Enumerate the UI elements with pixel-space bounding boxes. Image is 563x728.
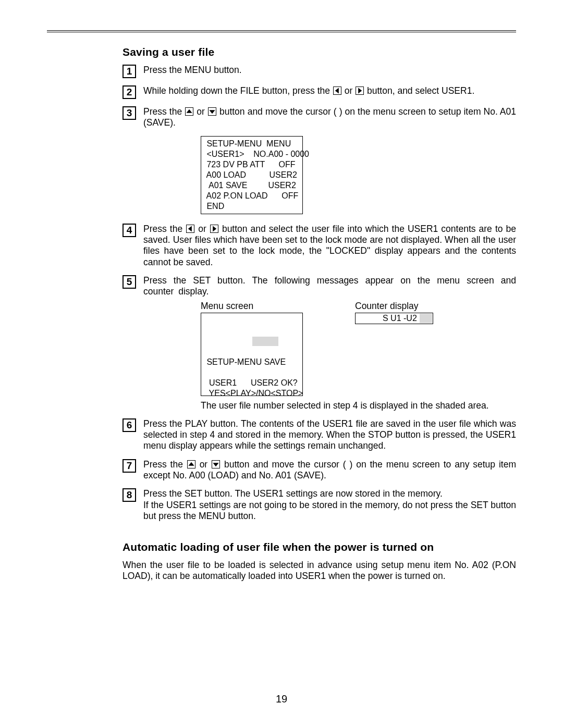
step-7: 7 Press the or button and move the curso… bbox=[123, 459, 516, 482]
step-text: Press the or button and move the cursor … bbox=[143, 106, 516, 129]
screen-line: SETUP-MENU SAVE bbox=[204, 357, 286, 366]
top-rule bbox=[47, 30, 516, 32]
figure-label: Menu screen bbox=[201, 301, 303, 312]
step-5: 5 Press the SET button. The following me… bbox=[123, 275, 516, 298]
counter-display-column: Counter display S U1 -U2 bbox=[355, 301, 433, 324]
page-number: 19 bbox=[0, 693, 563, 705]
step-text: Press the SET button. The USER1 settings… bbox=[143, 488, 516, 522]
down-arrow-icon bbox=[212, 460, 220, 468]
step-8: 8 Press the SET button. The USER1 settin… bbox=[123, 488, 516, 522]
up-arrow-icon bbox=[185, 107, 193, 116]
step-number-box: 4 bbox=[123, 224, 136, 237]
step-text-fragment: or bbox=[342, 85, 355, 96]
svg-marker-0 bbox=[335, 88, 339, 93]
svg-marker-5 bbox=[213, 226, 216, 231]
menu-screen-display: SETUP-MENU MENU <USER1> NO.A00 - 0000 72… bbox=[201, 136, 303, 214]
screen-line: YES<PLAY>/NO<STOP> bbox=[204, 389, 303, 398]
step-number-box: 8 bbox=[123, 488, 136, 502]
step-text-fragment: button, and select USER1. bbox=[364, 85, 474, 96]
svg-marker-2 bbox=[187, 109, 192, 113]
step-2: 2 While holding down the FILE button, pr… bbox=[123, 85, 516, 99]
shaded-region bbox=[420, 314, 432, 323]
svg-marker-3 bbox=[209, 110, 215, 114]
step-4: 4 Press the or button and select the use… bbox=[123, 224, 516, 268]
right-arrow-icon bbox=[356, 87, 364, 95]
up-arrow-icon bbox=[187, 460, 195, 468]
section-body: When the user file to be loaded is selec… bbox=[123, 560, 516, 582]
step-number-box: 6 bbox=[123, 418, 136, 432]
step-number-box: 2 bbox=[123, 85, 136, 99]
svg-marker-7 bbox=[213, 463, 218, 466]
step-text: Press the SET button. The following mess… bbox=[143, 275, 516, 298]
svg-marker-4 bbox=[188, 226, 192, 231]
step-text-fragment: Press the bbox=[143, 459, 187, 470]
step-6: 6 Press the PLAY button. The contents of… bbox=[123, 418, 516, 452]
down-arrow-icon bbox=[208, 107, 216, 116]
figure-label: Counter display bbox=[355, 301, 433, 312]
content-column: Saving a user file 1 Press the MENU butt… bbox=[123, 46, 516, 582]
step-text-fragment: or bbox=[194, 106, 207, 117]
step-text: While holding down the FILE button, pres… bbox=[143, 85, 516, 96]
svg-marker-1 bbox=[358, 88, 362, 93]
step-text: Press the or button and select the user … bbox=[143, 224, 516, 268]
save-screen-display: SETUP-MENU SAVE USER1 USER2 OK? YES<PLAY… bbox=[201, 313, 303, 396]
step-number-box: 7 bbox=[123, 459, 136, 473]
step-text-fragment: Press the bbox=[143, 106, 185, 117]
step-number-box: 1 bbox=[123, 65, 136, 78]
shaded-region bbox=[252, 337, 278, 346]
svg-marker-6 bbox=[188, 462, 194, 466]
step-number-box: 3 bbox=[123, 106, 136, 120]
counter-display: S U1 -U2 bbox=[355, 313, 433, 324]
section-title-autoload: Automatic loading of user file when the … bbox=[123, 541, 516, 553]
left-arrow-icon bbox=[186, 225, 194, 233]
step-text-fragment: or bbox=[195, 224, 210, 234]
section-title-saving: Saving a user file bbox=[123, 46, 516, 58]
step-text: Press the MENU button. bbox=[143, 65, 516, 76]
counter-text: S U1 -U2 bbox=[359, 313, 417, 324]
step-text-fragment: While holding down the FILE button, pres… bbox=[143, 85, 333, 96]
step-1: 1 Press the MENU button. bbox=[123, 65, 516, 78]
step-text: Press the or button and move the cursor … bbox=[143, 459, 516, 482]
step-number-box: 5 bbox=[123, 275, 136, 289]
step5-figures: Menu screen SETUP-MENU SAVE USER1 USER2 … bbox=[201, 301, 516, 396]
screen-line: USER1 USER2 OK? bbox=[204, 378, 298, 387]
step-3: 3 Press the or button and move the curso… bbox=[123, 106, 516, 129]
section-auto-load: Automatic loading of user file when the … bbox=[123, 541, 516, 582]
menu-screen-column: Menu screen SETUP-MENU SAVE USER1 USER2 … bbox=[201, 301, 303, 396]
step-text-fragment: Press the bbox=[143, 224, 186, 234]
right-arrow-icon bbox=[210, 225, 218, 233]
step-text-fragment: or bbox=[196, 459, 211, 470]
step-text: Press the PLAY button. The contents of t… bbox=[143, 418, 516, 452]
manual-page: Saving a user file 1 Press the MENU butt… bbox=[0, 0, 563, 728]
left-arrow-icon bbox=[333, 87, 341, 95]
